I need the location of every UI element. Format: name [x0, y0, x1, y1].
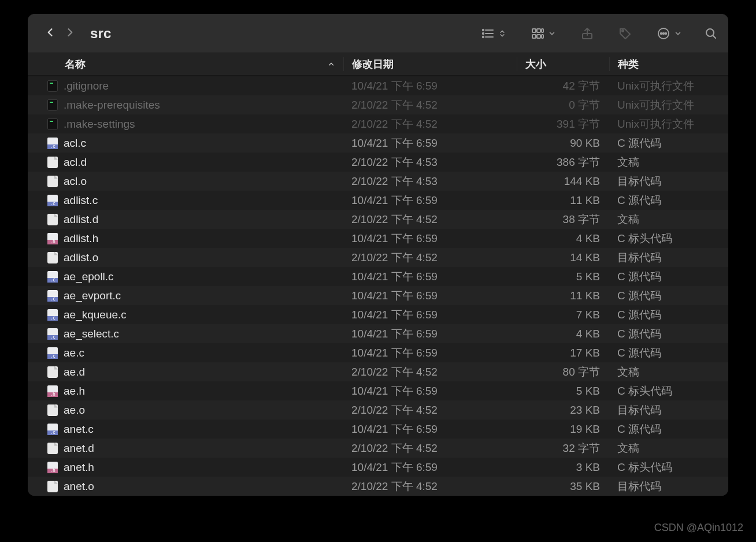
nav-forward-button[interactable] — [60, 24, 80, 43]
list-view-icon — [481, 27, 495, 40]
file-row[interactable]: anet.o2/10/22 下午 4:5235 KB目标代码 — [28, 477, 728, 496]
file-size: 11 KB — [517, 286, 609, 305]
file-kind: C 源代码 — [609, 420, 728, 439]
file-size: 4 KB — [517, 229, 609, 248]
file-name: anet.d — [64, 439, 94, 458]
file-kind: C 标头代码 — [609, 458, 728, 477]
column-header-size[interactable]: 大小 — [517, 57, 609, 71]
doc-file-icon — [47, 214, 58, 225]
column-header-label: 大小 — [525, 58, 546, 70]
file-name: adlist.o — [64, 248, 98, 267]
file-kind: C 源代码 — [609, 286, 728, 305]
file-row[interactable]: acl.d2/10/22 下午 4:53386 字节文稿 — [28, 153, 728, 172]
file-row[interactable]: .make-settings2/10/22 下午 4:52391 字节Unix可… — [28, 114, 728, 133]
svg-point-13 — [622, 30, 624, 32]
more-actions-button[interactable] — [657, 27, 682, 40]
file-size: 0 字节 — [517, 95, 609, 114]
file-size: 3 KB — [517, 458, 609, 477]
file-size: 386 字节 — [517, 153, 609, 172]
exec-file-icon — [47, 80, 58, 92]
file-date: 2/10/22 下午 4:53 — [343, 172, 517, 191]
file-row[interactable]: adlist.h10/4/21 下午 6:594 KBC 标头代码 — [28, 229, 728, 248]
search-button[interactable] — [704, 27, 718, 40]
file-date: 2/10/22 下午 4:52 — [343, 477, 517, 496]
share-button[interactable] — [580, 27, 594, 40]
file-row[interactable]: ae.o2/10/22 下午 4:5223 KB目标代码 — [28, 400, 728, 420]
file-row[interactable]: ae_epoll.c10/4/21 下午 6:595 KBC 源代码 — [28, 267, 728, 286]
file-date: 10/4/21 下午 6:59 — [343, 324, 517, 343]
file-size: 32 字节 — [517, 439, 609, 458]
file-row[interactable]: ae_evport.c10/4/21 下午 6:5911 KBC 源代码 — [28, 286, 728, 305]
column-header-name[interactable]: 名称 — [28, 57, 343, 71]
h-file-icon — [47, 462, 58, 473]
file-kind: C 标头代码 — [609, 229, 728, 248]
file-row[interactable]: anet.h10/4/21 下午 6:593 KBC 标头代码 — [28, 458, 728, 477]
file-date: 10/4/21 下午 6:59 — [343, 305, 517, 324]
doc-file-icon — [47, 157, 58, 168]
file-row[interactable]: anet.c10/4/21 下午 6:5919 KBC 源代码 — [28, 420, 728, 439]
file-date: 10/4/21 下午 6:59 — [343, 267, 517, 286]
sort-ascending-icon — [327, 60, 335, 68]
file-row[interactable]: acl.c10/4/21 下午 6:5990 KBC 源代码 — [28, 133, 728, 153]
file-kind: C 源代码 — [609, 267, 728, 286]
svg-point-5 — [483, 36, 484, 37]
file-row[interactable]: adlist.o2/10/22 下午 4:5214 KB目标代码 — [28, 248, 728, 267]
doc-file-icon — [47, 176, 58, 187]
file-row[interactable]: .gitignore10/4/21 下午 6:5942 字节Unix可执行文件 — [28, 76, 728, 95]
file-kind: C 源代码 — [609, 324, 728, 343]
file-row[interactable]: ae_kqueue.c10/4/21 下午 6:597 KBC 源代码 — [28, 305, 728, 324]
file-date: 2/10/22 下午 4:52 — [343, 362, 517, 381]
doc-file-icon — [47, 404, 58, 416]
file-name: adlist.c — [64, 191, 98, 210]
window-title: src — [90, 25, 112, 42]
file-name: adlist.d — [64, 210, 98, 229]
exec-file-icon — [47, 118, 58, 130]
file-row[interactable]: ae.h10/4/21 下午 6:595 KBC 标头代码 — [28, 381, 728, 400]
file-row[interactable]: anet.d2/10/22 下午 4:5232 字节文稿 — [28, 439, 728, 458]
column-header-date[interactable]: 修改日期 — [343, 57, 517, 71]
tags-button[interactable] — [618, 27, 632, 40]
svg-point-15 — [661, 32, 662, 34]
h-file-icon — [47, 233, 58, 244]
file-date: 10/4/21 下午 6:59 — [343, 381, 517, 400]
file-row[interactable]: ae.d2/10/22 下午 4:5280 字节文稿 — [28, 362, 728, 381]
column-header-kind[interactable]: 种类 — [609, 57, 728, 71]
file-list[interactable]: .gitignore10/4/21 下午 6:5942 字节Unix可执行文件.… — [28, 76, 728, 496]
doc-file-icon — [47, 481, 58, 492]
file-row[interactable]: ae_select.c10/4/21 下午 6:594 KBC 源代码 — [28, 324, 728, 343]
file-row[interactable]: adlist.c10/4/21 下午 6:5911 KBC 源代码 — [28, 191, 728, 210]
tag-icon — [618, 27, 632, 40]
toolbar: src — [28, 14, 728, 53]
file-row[interactable]: adlist.d2/10/22 下午 4:5238 字节文稿 — [28, 210, 728, 229]
svg-rect-9 — [532, 35, 536, 38]
file-kind: 文稿 — [609, 153, 728, 172]
file-date: 10/4/21 下午 6:59 — [343, 191, 517, 210]
file-date: 10/4/21 下午 6:59 — [343, 343, 517, 362]
file-date: 2/10/22 下午 4:52 — [343, 248, 517, 267]
doc-file-icon — [47, 366, 58, 378]
file-row[interactable]: ae.c10/4/21 下午 6:5917 KBC 源代码 — [28, 343, 728, 362]
svg-point-16 — [663, 32, 664, 34]
file-name: anet.h — [64, 458, 94, 477]
file-name: acl.c — [64, 133, 86, 153]
c-file-icon — [47, 424, 58, 435]
nav-back-button[interactable] — [40, 24, 60, 43]
ellipsis-circle-icon — [657, 27, 670, 40]
search-icon — [704, 27, 718, 40]
svg-point-3 — [483, 29, 484, 30]
watermark: CSDN @AQin1012 — [654, 522, 743, 534]
svg-rect-10 — [537, 35, 540, 38]
file-row[interactable]: acl.o2/10/22 下午 4:53144 KB目标代码 — [28, 172, 728, 191]
file-row[interactable]: .make-prerequisites2/10/22 下午 4:520 字节Un… — [28, 95, 728, 114]
file-size: 5 KB — [517, 267, 609, 286]
file-kind: Unix可执行文件 — [609, 114, 728, 133]
group-by-button[interactable] — [531, 27, 556, 40]
chevron-down-icon — [548, 29, 556, 38]
doc-file-icon — [47, 252, 58, 263]
view-as-list-button[interactable] — [481, 27, 506, 40]
file-kind: C 源代码 — [609, 305, 728, 324]
file-size: 14 KB — [517, 248, 609, 267]
file-kind: Unix可执行文件 — [609, 76, 728, 95]
file-size: 19 KB — [517, 420, 609, 439]
file-name: ae.c — [64, 343, 84, 362]
